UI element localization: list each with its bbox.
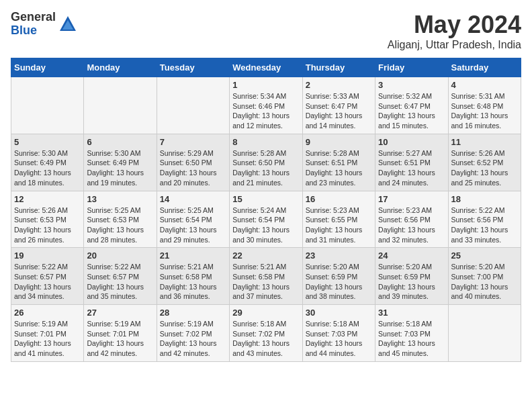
day-number: 13: [87, 194, 153, 204]
calendar-cell: 13Sunrise: 5:25 AM Sunset: 6:53 PM Dayli…: [84, 191, 157, 248]
day-number: 14: [160, 194, 226, 204]
day-info: Sunrise: 5:20 AM Sunset: 7:00 PM Dayligh…: [451, 262, 518, 302]
calendar-cell: 25Sunrise: 5:20 AM Sunset: 7:00 PM Dayli…: [448, 248, 521, 305]
calendar-cell: 19Sunrise: 5:22 AM Sunset: 6:57 PM Dayli…: [11, 248, 84, 305]
day-number: 2: [306, 80, 372, 90]
day-info: Sunrise: 5:26 AM Sunset: 6:53 PM Dayligh…: [14, 205, 81, 245]
calendar-cell: 24Sunrise: 5:20 AM Sunset: 6:59 PM Dayli…: [375, 248, 448, 305]
day-number: 24: [378, 250, 445, 261]
day-number: 26: [14, 308, 81, 318]
weekday-header: Tuesday: [157, 58, 229, 77]
calendar-cell: 9Sunrise: 5:28 AM Sunset: 6:51 PM Daylig…: [302, 134, 375, 191]
day-info: Sunrise: 5:22 AM Sunset: 6:57 PM Dayligh…: [14, 262, 81, 302]
day-info: Sunrise: 5:33 AM Sunset: 6:47 PM Dayligh…: [306, 91, 372, 131]
day-info: Sunrise: 5:23 AM Sunset: 6:55 PM Dayligh…: [306, 205, 372, 245]
day-info: Sunrise: 5:18 AM Sunset: 7:03 PM Dayligh…: [306, 319, 372, 359]
calendar-cell: 27Sunrise: 5:19 AM Sunset: 7:01 PM Dayli…: [84, 305, 157, 362]
calendar-cell: 4Sunrise: 5:31 AM Sunset: 6:48 PM Daylig…: [448, 77, 521, 134]
day-info: Sunrise: 5:32 AM Sunset: 6:47 PM Dayligh…: [378, 91, 445, 131]
calendar-cell: 16Sunrise: 5:23 AM Sunset: 6:55 PM Dayli…: [302, 191, 375, 248]
calendar-week-row: 5Sunrise: 5:30 AM Sunset: 6:49 PM Daylig…: [11, 134, 521, 191]
day-info: Sunrise: 5:22 AM Sunset: 6:57 PM Dayligh…: [87, 262, 153, 302]
day-number: 25: [451, 250, 518, 261]
month-title: May 2024: [388, 11, 521, 39]
day-info: Sunrise: 5:27 AM Sunset: 6:51 PM Dayligh…: [378, 148, 445, 188]
day-number: 21: [160, 250, 226, 261]
day-number: 8: [232, 137, 299, 147]
calendar-cell: 14Sunrise: 5:25 AM Sunset: 6:54 PM Dayli…: [157, 191, 229, 248]
weekday-header-row: SundayMondayTuesdayWednesdayThursdayFrid…: [11, 58, 521, 77]
day-number: 5: [14, 137, 81, 147]
calendar-cell: [448, 305, 521, 362]
calendar-cell: 23Sunrise: 5:20 AM Sunset: 6:59 PM Dayli…: [302, 248, 375, 305]
calendar-cell: 3Sunrise: 5:32 AM Sunset: 6:47 PM Daylig…: [375, 77, 448, 134]
weekday-header: Saturday: [448, 58, 521, 77]
title-section: May 2024 Aliganj, Uttar Pradesh, India: [388, 11, 521, 51]
day-number: 30: [306, 308, 372, 318]
day-number: 6: [87, 137, 153, 147]
day-number: 29: [232, 308, 299, 318]
calendar-cell: 11Sunrise: 5:26 AM Sunset: 6:52 PM Dayli…: [448, 134, 521, 191]
day-info: Sunrise: 5:23 AM Sunset: 6:56 PM Dayligh…: [378, 205, 445, 245]
day-info: Sunrise: 5:18 AM Sunset: 7:02 PM Dayligh…: [232, 319, 299, 359]
day-info: Sunrise: 5:19 AM Sunset: 7:01 PM Dayligh…: [14, 319, 81, 359]
weekday-header: Monday: [84, 58, 157, 77]
day-number: 7: [160, 137, 226, 147]
calendar-week-row: 12Sunrise: 5:26 AM Sunset: 6:53 PM Dayli…: [11, 191, 521, 248]
day-info: Sunrise: 5:28 AM Sunset: 6:50 PM Dayligh…: [232, 148, 299, 188]
day-info: Sunrise: 5:29 AM Sunset: 6:50 PM Dayligh…: [160, 148, 226, 188]
day-number: 31: [378, 308, 445, 318]
day-info: Sunrise: 5:19 AM Sunset: 7:01 PM Dayligh…: [87, 319, 153, 359]
weekday-header: Thursday: [302, 58, 375, 77]
day-info: Sunrise: 5:21 AM Sunset: 6:58 PM Dayligh…: [232, 262, 299, 302]
calendar-cell: 29Sunrise: 5:18 AM Sunset: 7:02 PM Dayli…: [230, 305, 302, 362]
day-number: 28: [160, 308, 226, 318]
day-info: Sunrise: 5:21 AM Sunset: 6:58 PM Dayligh…: [160, 262, 226, 302]
calendar-table: SundayMondayTuesdayWednesdayThursdayFrid…: [11, 58, 521, 362]
calendar-cell: 10Sunrise: 5:27 AM Sunset: 6:51 PM Dayli…: [375, 134, 448, 191]
day-info: Sunrise: 5:30 AM Sunset: 6:49 PM Dayligh…: [87, 148, 153, 188]
day-number: 1: [232, 80, 299, 90]
logo: General Blue: [11, 11, 77, 38]
day-info: Sunrise: 5:25 AM Sunset: 6:54 PM Dayligh…: [160, 205, 226, 245]
day-info: Sunrise: 5:20 AM Sunset: 6:59 PM Dayligh…: [306, 262, 372, 302]
calendar-cell: 2Sunrise: 5:33 AM Sunset: 6:47 PM Daylig…: [302, 77, 375, 134]
day-info: Sunrise: 5:31 AM Sunset: 6:48 PM Dayligh…: [451, 91, 518, 131]
calendar-cell: 30Sunrise: 5:18 AM Sunset: 7:03 PM Dayli…: [302, 305, 375, 362]
calendar-cell: 22Sunrise: 5:21 AM Sunset: 6:58 PM Dayli…: [230, 248, 302, 305]
calendar-week-row: 19Sunrise: 5:22 AM Sunset: 6:57 PM Dayli…: [11, 248, 521, 305]
calendar-cell: 26Sunrise: 5:19 AM Sunset: 7:01 PM Dayli…: [11, 305, 84, 362]
day-number: 20: [87, 250, 153, 261]
calendar-cell: 8Sunrise: 5:28 AM Sunset: 6:50 PM Daylig…: [230, 134, 302, 191]
day-info: Sunrise: 5:24 AM Sunset: 6:54 PM Dayligh…: [232, 205, 299, 245]
weekday-header: Friday: [375, 58, 448, 77]
day-number: 11: [451, 137, 518, 147]
day-number: 12: [14, 194, 81, 204]
day-info: Sunrise: 5:22 AM Sunset: 6:56 PM Dayligh…: [451, 205, 518, 245]
calendar-cell: 20Sunrise: 5:22 AM Sunset: 6:57 PM Dayli…: [84, 248, 157, 305]
day-info: Sunrise: 5:25 AM Sunset: 6:53 PM Dayligh…: [87, 205, 153, 245]
calendar-cell: 31Sunrise: 5:18 AM Sunset: 7:03 PM Dayli…: [375, 305, 448, 362]
page-header: General Blue May 2024 Aliganj, Uttar Pra…: [11, 11, 521, 51]
day-number: 16: [306, 194, 372, 204]
logo-blue: Blue: [11, 24, 56, 38]
day-number: 18: [451, 194, 518, 204]
calendar-cell: 5Sunrise: 5:30 AM Sunset: 6:49 PM Daylig…: [11, 134, 84, 191]
logo-general: General: [11, 11, 56, 24]
calendar-cell: 15Sunrise: 5:24 AM Sunset: 6:54 PM Dayli…: [230, 191, 302, 248]
day-number: 22: [232, 250, 299, 261]
calendar-cell: 21Sunrise: 5:21 AM Sunset: 6:58 PM Dayli…: [157, 248, 229, 305]
weekday-header: Wednesday: [230, 58, 302, 77]
day-number: 27: [87, 308, 153, 318]
day-info: Sunrise: 5:28 AM Sunset: 6:51 PM Dayligh…: [306, 148, 372, 188]
calendar-cell: 28Sunrise: 5:19 AM Sunset: 7:02 PM Dayli…: [157, 305, 229, 362]
location: Aliganj, Uttar Pradesh, India: [388, 39, 521, 51]
day-info: Sunrise: 5:18 AM Sunset: 7:03 PM Dayligh…: [378, 319, 445, 359]
day-number: 4: [451, 80, 518, 90]
calendar-cell: 6Sunrise: 5:30 AM Sunset: 6:49 PM Daylig…: [84, 134, 157, 191]
calendar-cell: [84, 77, 157, 134]
calendar-cell: [157, 77, 229, 134]
day-info: Sunrise: 5:34 AM Sunset: 6:46 PM Dayligh…: [232, 91, 299, 131]
calendar-cell: 12Sunrise: 5:26 AM Sunset: 6:53 PM Dayli…: [11, 191, 84, 248]
day-number: 17: [378, 194, 445, 204]
